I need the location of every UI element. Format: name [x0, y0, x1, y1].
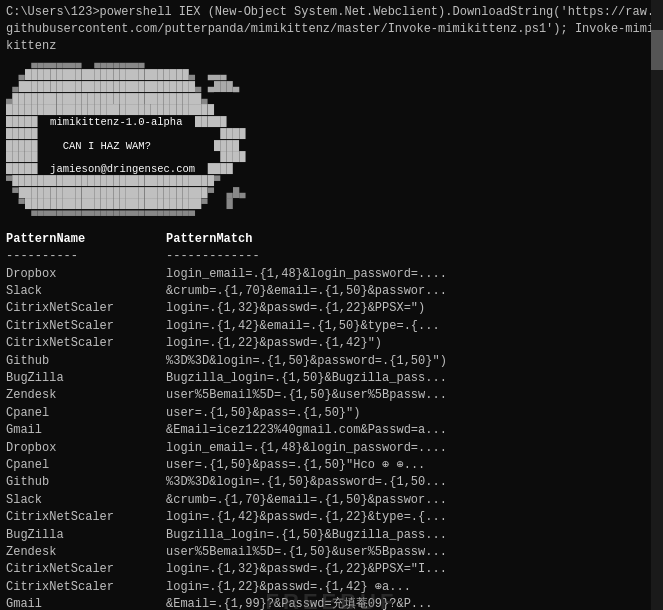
- scrollbar-thumb[interactable]: [651, 30, 663, 70]
- watermark: FREEBUF: [266, 589, 398, 610]
- pattern-name-cell: Gmail: [6, 596, 166, 610]
- table-row: Github%3D%3D&login=.{1,50}&password=.{1,…: [6, 353, 657, 370]
- terminal-content: C:\Users\123>powershell IEX (New-Object …: [0, 0, 663, 610]
- pattern-match-cell: Bugzilla_login=.{1,50}&Bugzilla_pass...: [166, 370, 447, 387]
- pattern-match-cell: user=.{1,50}&pass=.{1,50}"Hco ⊕ ⊕...: [166, 457, 425, 474]
- pattern-name-cell: Dropbox: [6, 440, 166, 457]
- pattern-match-cell: &crumb=.{1,70}&email=.{1,50}&passwor...: [166, 492, 447, 509]
- pattern-name-cell: CitrixNetScaler: [6, 579, 166, 596]
- pattern-name-cell: Dropbox: [6, 266, 166, 283]
- pattern-match-cell: login=.{1,22}&passwd=.{1,42}"): [166, 335, 382, 352]
- pattern-name-cell: Slack: [6, 283, 166, 300]
- table-row: BugZillaBugzilla_login=.{1,50}&Bugzilla_…: [6, 370, 657, 387]
- table-row: Zendeskuser%5Bemail%5D=.{1,50}&user%5Bpa…: [6, 387, 657, 404]
- pattern-match-cell: %3D%3D&login=.{1,50}&password=.{1,50}"): [166, 353, 447, 370]
- divider-name: ----------: [6, 248, 166, 265]
- table-row: CitrixNetScalerlogin=.{1,42}&email=.{1,5…: [6, 318, 657, 335]
- pattern-match-cell: user%5Bemail%5D=.{1,50}&user%5Bpassw...: [166, 544, 447, 561]
- ascii-art-body: ▄▄▄▄▄▄▄▄ ▄▄▄▄▄▄▄▄ ▄█████████████████████…: [6, 58, 245, 223]
- pattern-divider: ---------- -------------: [6, 248, 657, 265]
- pattern-name-cell: Cpanel: [6, 405, 166, 422]
- pattern-name-cell: CitrixNetScaler: [6, 509, 166, 526]
- pattern-name-cell: Github: [6, 474, 166, 491]
- terminal-window: C:\Users\123>powershell IEX (New-Object …: [0, 0, 663, 610]
- pattern-name-cell: Github: [6, 353, 166, 370]
- pattern-name-cell: CitrixNetScaler: [6, 561, 166, 578]
- pattern-name-cell: Slack: [6, 492, 166, 509]
- pattern-name-cell: CitrixNetScaler: [6, 335, 166, 352]
- pattern-match-header: PatternMatch: [166, 231, 252, 248]
- table-row: Cpaneluser=.{1,50}&pass=.{1,50}"Hco ⊕ ⊕.…: [6, 457, 657, 474]
- pattern-match-cell: &crumb=.{1,70}&email=.{1,50}&passwor...: [166, 283, 447, 300]
- pattern-match-cell: %3D%3D&login=.{1,50}&password=.{1,50...: [166, 474, 447, 491]
- table-row: CitrixNetScalerlogin=.{1,22}&passwd=.{1,…: [6, 335, 657, 352]
- pattern-name-cell: CitrixNetScaler: [6, 318, 166, 335]
- table-row: Zendeskuser%5Bemail%5D=.{1,50}&user%5Bpa…: [6, 544, 657, 561]
- pattern-name-header: PatternName: [6, 231, 166, 248]
- table-row: Dropboxlogin_email=.{1,48}&login_passwor…: [6, 266, 657, 283]
- pattern-rows: Dropboxlogin_email=.{1,48}&login_passwor…: [6, 266, 657, 610]
- pattern-name-cell: Zendesk: [6, 387, 166, 404]
- pattern-match-cell: user=.{1,50}&pass=.{1,50}"): [166, 405, 360, 422]
- table-row: BugZillaBugzilla_login=.{1,50}&Bugzilla_…: [6, 527, 657, 544]
- divider-match: -------------: [166, 248, 260, 265]
- pattern-match-cell: login_email=.{1,48}&login_password=....: [166, 266, 447, 283]
- ascii-cat: ▄▄▄▄▄▄▄▄ ▄▄▄▄▄▄▄▄ ▄█████████████████████…: [6, 58, 245, 223]
- table-row: Cpaneluser=.{1,50}&pass=.{1,50}"): [6, 405, 657, 422]
- command-line: C:\Users\123>powershell IEX (New-Object …: [6, 4, 657, 54]
- pattern-name-cell: Zendesk: [6, 544, 166, 561]
- pattern-section: PatternName PatternMatch ---------- ----…: [6, 231, 657, 610]
- table-row: Github%3D%3D&login=.{1,50}&password=.{1,…: [6, 474, 657, 491]
- pattern-name-cell: CitrixNetScaler: [6, 300, 166, 317]
- ascii-art-section: ▄▄▄▄▄▄▄▄ ▄▄▄▄▄▄▄▄ ▄█████████████████████…: [6, 58, 657, 223]
- pattern-name-cell: Gmail: [6, 422, 166, 439]
- pattern-match-cell: login=.{1,42}&passwd=.{1,22}&type=.{...: [166, 509, 447, 526]
- pattern-match-cell: user%5Bemail%5D=.{1,50}&user%5Bpassw...: [166, 387, 447, 404]
- table-row: Gmail&Email=icez1223%40gmail.com&Passwd=…: [6, 422, 657, 439]
- table-row: Slack&crumb=.{1,70}&email=.{1,50}&passwo…: [6, 283, 657, 300]
- pattern-match-cell: login=.{1,42}&email=.{1,50}&type=.{...: [166, 318, 440, 335]
- pattern-match-cell: Bugzilla_login=.{1,50}&Bugzilla_pass...: [166, 527, 447, 544]
- pattern-name-cell: BugZilla: [6, 527, 166, 544]
- pattern-match-cell: login=.{1,32}&passwd=.{1,22}&PPSX="I...: [166, 561, 447, 578]
- pattern-match-cell: &Email=icez1223%40gmail.com&Passwd=a...: [166, 422, 447, 439]
- table-row: CitrixNetScalerlogin=.{1,32}&passwd=.{1,…: [6, 300, 657, 317]
- pattern-match-cell: login=.{1,32}&passwd=.{1,22}&PPSX="): [166, 300, 425, 317]
- pattern-name-cell: BugZilla: [6, 370, 166, 387]
- pattern-name-cell: Cpanel: [6, 457, 166, 474]
- table-row: Dropboxlogin_email=.{1,48}&login_passwor…: [6, 440, 657, 457]
- table-row: CitrixNetScalerlogin=.{1,32}&passwd=.{1,…: [6, 561, 657, 578]
- scrollbar[interactable]: [651, 0, 663, 610]
- table-row: CitrixNetScalerlogin=.{1,42}&passwd=.{1,…: [6, 509, 657, 526]
- pattern-match-cell: login_email=.{1,48}&login_password=....: [166, 440, 447, 457]
- table-row: Slack&crumb=.{1,70}&email=.{1,50}&passwo…: [6, 492, 657, 509]
- pattern-header: PatternName PatternMatch: [6, 231, 657, 248]
